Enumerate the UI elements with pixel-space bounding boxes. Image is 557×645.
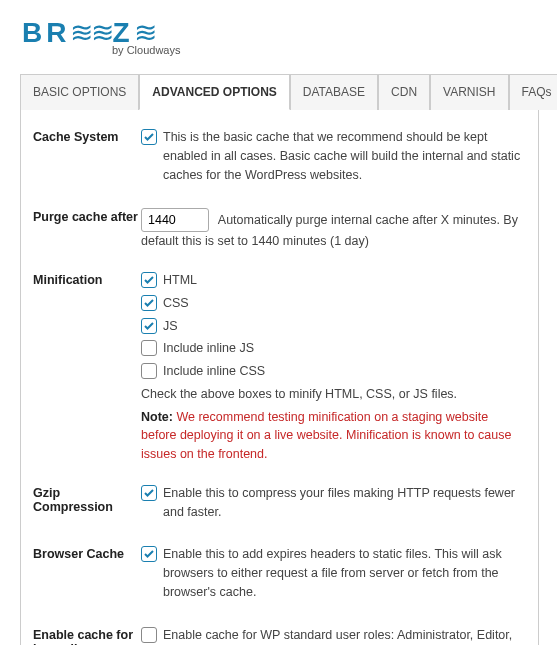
row-minification: Minification HTML CSS — [33, 271, 526, 464]
logo-wave-e1: ≋ — [70, 16, 91, 49]
row-browser-cache: Browser Cache Enable this to add expires… — [33, 545, 526, 605]
settings-panel: Cache System This is the basic cache tha… — [20, 110, 539, 645]
text-include-inline-css: Include inline CSS — [163, 362, 526, 381]
checkbox-cache-system[interactable] — [141, 129, 157, 145]
check-icon — [143, 274, 155, 286]
text-minify-css: CSS — [163, 294, 526, 313]
label-gzip: Gzip Compression — [33, 484, 141, 514]
text-gzip: Enable this to compress your files makin… — [163, 484, 526, 522]
text-include-inline-js: Include inline JS — [163, 339, 526, 358]
row-cache-system: Cache System This is the basic cache tha… — [33, 128, 526, 188]
check-icon — [143, 320, 155, 332]
text-minify-js: JS — [163, 317, 526, 336]
minify-note-label: Note: — [141, 410, 173, 424]
input-purge-minutes[interactable] — [141, 208, 209, 232]
breeze-logo: BR≋≋Z≋ by Cloudways — [22, 16, 541, 56]
tab-varnish[interactable]: VARNISH — [430, 74, 508, 110]
logo-tagline: by Cloudways — [112, 44, 541, 56]
check-icon — [143, 297, 155, 309]
tab-faqs[interactable]: FAQs — [509, 74, 557, 110]
check-icon — [143, 548, 155, 560]
tab-advanced-options[interactable]: ADVANCED OPTIONS — [139, 74, 289, 110]
tab-database[interactable]: DATABASE — [290, 74, 378, 110]
label-browser-cache: Browser Cache — [33, 545, 141, 561]
text-cache-system: This is the basic cache that we recommen… — [163, 128, 526, 184]
logo-text-before: BR — [22, 17, 70, 48]
label-cache-system: Cache System — [33, 128, 141, 144]
checkbox-include-inline-css[interactable] — [141, 363, 157, 379]
tabs-nav: BASIC OPTIONS ADVANCED OPTIONS DATABASE … — [20, 74, 541, 110]
checkbox-minify-css[interactable] — [141, 295, 157, 311]
text-browser-cache: Enable this to add expires headers to st… — [163, 545, 526, 601]
minify-note-text: We recommend testing minification on a s… — [141, 410, 511, 462]
row-purge-cache: Purge cache after Automatically purge in… — [33, 208, 526, 251]
label-minification: Minification — [33, 271, 141, 287]
checkbox-minify-js[interactable] — [141, 318, 157, 334]
checkbox-gzip[interactable] — [141, 485, 157, 501]
tab-basic-options[interactable]: BASIC OPTIONS — [20, 74, 139, 110]
label-loggedin-cache: Enable cache for loggedin users — [33, 626, 141, 646]
checkbox-browser-cache[interactable] — [141, 546, 157, 562]
row-gzip: Gzip Compression Enable this to compress… — [33, 484, 526, 526]
checkbox-minify-html[interactable] — [141, 272, 157, 288]
text-minify-html: HTML — [163, 271, 526, 290]
checkbox-include-inline-js[interactable] — [141, 340, 157, 356]
label-purge-cache: Purge cache after — [33, 208, 141, 224]
check-icon — [143, 131, 155, 143]
text-minify-help: Check the above boxes to minify HTML, CS… — [141, 385, 526, 404]
checkbox-loggedin-cache[interactable] — [141, 627, 157, 643]
row-loggedin-cache: Enable cache for loggedin users Enable c… — [33, 626, 526, 646]
check-icon — [143, 487, 155, 499]
text-loggedin-cache: Enable cache for WP standard user roles:… — [163, 626, 526, 646]
tab-cdn[interactable]: CDN — [378, 74, 430, 110]
logo-wave-e2: ≋ — [91, 16, 112, 49]
